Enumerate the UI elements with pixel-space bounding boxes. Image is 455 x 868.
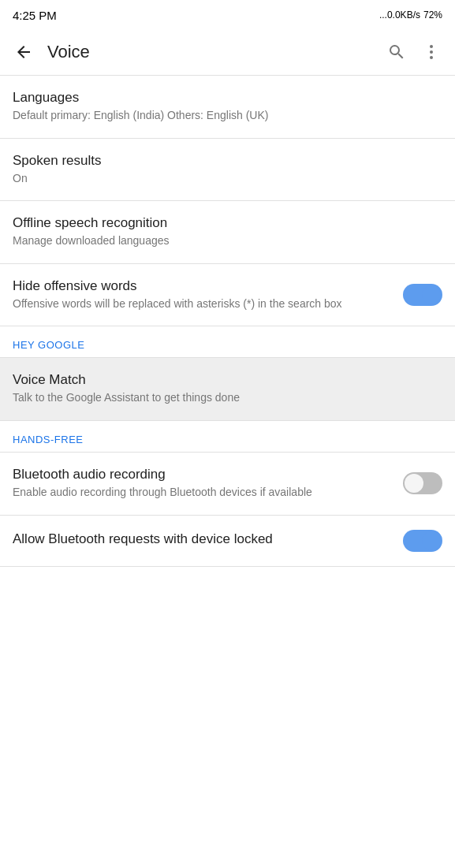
- toggle-thumb: [422, 285, 441, 304]
- bluetooth-locked-item[interactable]: Allow Bluetooth requests with device loc…: [0, 516, 455, 566]
- spoken-results-item[interactable]: Spoken results On: [0, 139, 455, 201]
- spoken-results-subtitle: On: [13, 171, 442, 187]
- more-options-button[interactable]: [414, 35, 449, 69]
- network-indicator: ...0.0KB/s: [379, 9, 420, 20]
- voice-match-title: Voice Match: [13, 372, 442, 388]
- bluetooth-audio-toggle[interactable]: [403, 472, 442, 494]
- status-bar: 4:25 PM ...0.0KB/s 72%: [0, 0, 455, 28]
- app-bar-actions: [379, 35, 449, 69]
- toggle-thumb-3: [422, 531, 441, 550]
- svg-point-2: [430, 56, 433, 59]
- voice-match-content: Voice Match Talk to the Google Assistant…: [13, 372, 442, 406]
- offline-speech-item[interactable]: Offline speech recognition Manage downlo…: [0, 201, 455, 263]
- bluetooth-locked-content: Allow Bluetooth requests with device loc…: [13, 531, 390, 549]
- hide-offensive-subtitle: Offensive words will be replaced with as…: [13, 296, 390, 312]
- hide-offensive-item[interactable]: Hide offensive words Offensive words wil…: [0, 264, 455, 326]
- hide-offensive-toggle[interactable]: [403, 284, 442, 306]
- languages-item[interactable]: Languages Default primary: English (Indi…: [0, 76, 455, 138]
- offline-speech-subtitle: Manage downloaded languages: [13, 233, 442, 249]
- spoken-results-title: Spoken results: [13, 153, 442, 169]
- search-button[interactable]: [379, 35, 414, 69]
- languages-title: Languages: [13, 90, 442, 106]
- divider-9: [0, 566, 455, 567]
- voice-match-item[interactable]: Voice Match Talk to the Google Assistant…: [0, 358, 455, 420]
- spoken-results-content: Spoken results On: [13, 153, 442, 187]
- page-title: Voice: [47, 42, 379, 62]
- svg-point-1: [430, 50, 433, 54]
- bluetooth-audio-title: Bluetooth audio recording: [13, 467, 390, 482]
- bluetooth-audio-subtitle: Enable audio recording through Bluetooth…: [13, 485, 390, 501]
- hide-offensive-title: Hide offensive words: [13, 278, 390, 294]
- svg-point-0: [430, 45, 433, 48]
- status-time: 4:25 PM: [13, 9, 57, 22]
- bluetooth-locked-toggle[interactable]: [403, 530, 442, 552]
- hands-free-header: HANDS-FREE: [0, 421, 455, 452]
- offline-speech-title: Offline speech recognition: [13, 215, 442, 231]
- battery-indicator: 72%: [423, 9, 442, 20]
- voice-match-subtitle: Talk to the Google Assistant to get thin…: [13, 390, 442, 406]
- app-bar: Voice: [0, 28, 455, 76]
- hide-offensive-content: Hide offensive words Offensive words wil…: [13, 278, 390, 312]
- languages-subtitle: Default primary: English (India) Others:…: [13, 108, 442, 124]
- status-icons: ...0.0KB/s 72%: [379, 9, 442, 20]
- bluetooth-locked-title: Allow Bluetooth requests with device loc…: [13, 531, 390, 547]
- bluetooth-audio-item[interactable]: Bluetooth audio recording Enable audio r…: [0, 453, 455, 515]
- offline-speech-content: Offline speech recognition Manage downlo…: [13, 215, 442, 249]
- languages-content: Languages Default primary: English (Indi…: [13, 90, 442, 124]
- bluetooth-audio-content: Bluetooth audio recording Enable audio r…: [13, 467, 390, 501]
- hey-google-header: HEY GOOGLE: [0, 326, 455, 357]
- toggle-thumb-2: [405, 474, 423, 493]
- back-button[interactable]: [6, 35, 41, 69]
